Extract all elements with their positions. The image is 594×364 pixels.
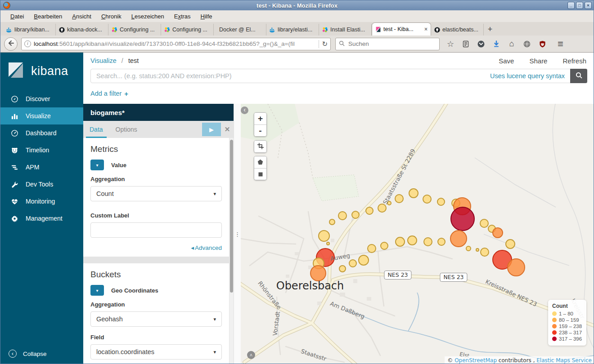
sidebar-item-timelion[interactable]: Timelion — [0, 142, 83, 159]
menu-ansicht[interactable]: Ansicht — [68, 12, 96, 21]
tab[interactable]: Configuring ... — [161, 24, 214, 36]
reload-icon[interactable]: ↻ — [322, 40, 328, 48]
geohash-circle[interactable] — [359, 255, 369, 265]
coordinate-map[interactable]: AuwegStaatsstraße St 2289Am DaßbergRhöns… — [241, 104, 594, 364]
menu-bearbeiten[interactable]: Bearbeiten — [29, 12, 67, 21]
tab[interactable]: Docker @ El... — [214, 24, 266, 36]
geohash-circle[interactable] — [409, 189, 418, 198]
reading-list-icon[interactable] — [461, 40, 470, 49]
tab-data[interactable]: Data — [83, 121, 109, 138]
refresh-button[interactable]: Refresh — [562, 57, 586, 65]
menu-datei[interactable]: Datei — [6, 12, 28, 21]
tab-options[interactable]: Options — [109, 121, 144, 138]
extension-globe-icon[interactable] — [522, 40, 531, 49]
window-titlebar[interactable]: test - Kibana - Mozilla Firefox _□× — [0, 0, 594, 10]
discard-changes-button[interactable]: ✕ — [221, 123, 234, 136]
draw-polygon-button[interactable] — [254, 156, 266, 168]
leaflet-attribution-toggle[interactable]: ˄ — [247, 351, 255, 359]
custom-label-input[interactable] — [90, 222, 222, 238]
geohash-circle[interactable] — [381, 242, 388, 249]
share-button[interactable]: Share — [529, 57, 547, 65]
map-collapse-chevron[interactable]: ‹ — [241, 107, 248, 114]
query-search-button[interactable] — [570, 69, 587, 83]
query-input[interactable] — [91, 72, 490, 80]
geohash-circle[interactable] — [319, 231, 329, 241]
tab[interactable]: elastic/beats... — [431, 24, 484, 36]
new-tab-button[interactable]: + — [484, 24, 496, 36]
buckets-toggle-button[interactable]: ▾ — [90, 285, 104, 296]
panel-scrollbar[interactable] — [230, 138, 234, 364]
geohash-circle[interactable] — [366, 207, 373, 214]
geohash-circle[interactable] — [378, 204, 386, 212]
geohash-circle[interactable] — [438, 238, 445, 245]
geohash-circle[interactable] — [395, 195, 403, 203]
geohash-circle[interactable] — [352, 211, 359, 218]
tab[interactable]: Install Elasti... — [319, 24, 372, 36]
fit-data-bounds-button[interactable] — [254, 141, 266, 152]
geohash-circle[interactable] — [480, 219, 488, 227]
maximize-button[interactable]: □ — [576, 2, 583, 9]
advanced-link[interactable]: ◂ Advanced — [90, 244, 222, 251]
home-icon[interactable]: ⌂ — [507, 40, 516, 49]
bookmark-star-icon[interactable]: ☆ — [446, 40, 455, 49]
sidebar-item-visualize[interactable]: Visualize — [0, 107, 83, 124]
sidebar-item-discover[interactable]: Discover — [0, 90, 83, 107]
lucene-syntax-link[interactable]: Uses lucene query syntax — [490, 72, 565, 80]
tab-close-icon[interactable]: × — [424, 26, 428, 32]
save-button[interactable]: Save — [499, 57, 514, 65]
menu-lesezeichen[interactable]: Lesezeichen — [127, 12, 169, 21]
tab[interactable]: Configuring ... — [108, 24, 161, 36]
metrics-aggregation-select[interactable]: Count ▾ — [90, 186, 222, 201]
ublock-shield-icon[interactable] — [538, 40, 547, 49]
geohash-circle[interactable] — [481, 248, 489, 256]
ems-link[interactable]: Elastic Maps Service — [536, 357, 592, 364]
geohash-circle[interactable] — [329, 219, 335, 225]
geohash-circle[interactable] — [437, 198, 445, 205]
geohash-circle[interactable] — [423, 195, 431, 203]
geohash-circle[interactable] — [493, 228, 503, 238]
geohash-circle[interactable] — [396, 237, 405, 246]
geohash-circle[interactable] — [450, 231, 467, 247]
add-filter-plus-icon[interactable]: + — [124, 90, 128, 98]
sidebar-item-dev-tools[interactable]: Dev Tools — [0, 176, 83, 193]
sidebar-item-monitoring[interactable]: Monitoring — [0, 193, 83, 210]
geohash-circle[interactable] — [451, 207, 474, 231]
tab-active[interactable]: test - Kiba...× — [372, 22, 431, 36]
geohash-circle[interactable] — [508, 259, 525, 276]
menu-chronik[interactable]: Chronik — [97, 12, 126, 21]
firefox-search-input[interactable] — [347, 40, 424, 48]
zoom-in-button[interactable]: + — [254, 113, 266, 124]
geohash-circle[interactable] — [349, 260, 356, 267]
geohash-circle[interactable] — [476, 249, 479, 251]
close-button[interactable]: × — [585, 2, 592, 9]
tab[interactable]: library/kiban... — [3, 24, 56, 36]
apply-changes-button[interactable]: ▶ — [202, 123, 221, 136]
kibana-logo[interactable]: kibana — [0, 53, 83, 90]
minimize-button[interactable]: _ — [567, 2, 575, 9]
tab[interactable]: library/elasti... — [266, 24, 319, 36]
tab[interactable]: kibana-dock... — [56, 24, 108, 36]
add-filter-link[interactable]: Add a filter — [90, 90, 122, 97]
menu-hamburger-icon[interactable]: ≡ — [558, 38, 563, 50]
sidebar-item-dashboard[interactable]: Dashboard — [0, 124, 83, 142]
geohash-circle[interactable] — [310, 266, 326, 281]
geohash-circle[interactable] — [424, 238, 432, 246]
breadcrumb-visualize-link[interactable]: Visualize — [90, 57, 117, 64]
menu-hilfe[interactable]: Hilfe — [196, 12, 217, 21]
pocket-icon[interactable] — [477, 40, 486, 49]
panel-scrollbar-thumb[interactable] — [230, 140, 233, 293]
firefox-search-field[interactable] — [335, 38, 440, 50]
geohash-circle[interactable] — [506, 240, 515, 249]
menu-extras[interactable]: Extras — [170, 12, 195, 21]
geohash-circle[interactable] — [408, 236, 417, 245]
zoom-out-button[interactable]: - — [254, 124, 266, 136]
url-bar[interactable]: i localhost:5601/app/kibana#/visualize/e… — [21, 38, 331, 50]
sidebar-item-management[interactable]: Management — [0, 210, 83, 227]
geohash-circle[interactable] — [368, 244, 376, 253]
buckets-field-select[interactable]: location.coordinates ▾ — [90, 344, 222, 360]
site-info-icon[interactable]: i — [24, 40, 31, 47]
osm-link[interactable]: OpenStreetMap — [454, 357, 497, 364]
draw-rectangle-button[interactable] — [254, 168, 266, 180]
geohash-circle[interactable] — [327, 242, 329, 245]
back-button[interactable] — [4, 37, 18, 51]
